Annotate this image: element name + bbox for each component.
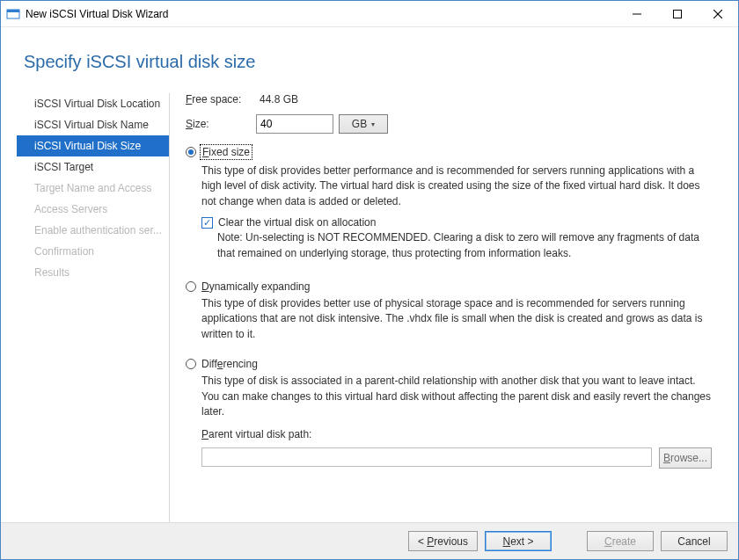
svg-rect-3: [674, 10, 682, 18]
app-icon: [6, 7, 20, 21]
parent-path-input[interactable]: [201, 447, 652, 467]
clear-disk-note: Note: Un-selecting is NOT RECOMMENDED. C…: [217, 230, 712, 261]
chevron-down-icon: ▾: [371, 120, 375, 128]
next-button[interactable]: Next >: [485, 531, 552, 551]
wizard-step: Target Name and Access: [17, 178, 169, 199]
wizard-step[interactable]: iSCSI Target: [17, 156, 169, 178]
free-space-value: 44.8 GB: [260, 93, 298, 105]
size-unit-value: GB: [352, 118, 367, 130]
parent-path-label: Parent virtual disk path:: [201, 428, 712, 440]
wizard-step: Enable authentication ser...: [17, 220, 169, 241]
close-button[interactable]: [698, 1, 738, 26]
wizard-step[interactable]: iSCSI Virtual Disk Name: [17, 114, 169, 135]
wizard-step: Access Servers: [17, 199, 169, 220]
cancel-button[interactable]: Cancel: [661, 531, 728, 551]
radio-dynamic[interactable]: [186, 281, 196, 292]
window-title: New iSCSI Virtual Disk Wizard: [26, 8, 617, 20]
size-unit-select[interactable]: GB ▾: [339, 114, 388, 134]
titlebar: New iSCSI Virtual Disk Wizard: [1, 1, 738, 27]
radio-differencing[interactable]: [186, 359, 196, 369]
fixed-size-description: This type of disk provides better perfor…: [201, 164, 712, 209]
radio-fixed-size-label: Fixed size: [200, 144, 252, 160]
page-title: Specify iSCSI virtual disk size: [1, 27, 738, 72]
svg-rect-1: [7, 10, 19, 12]
clear-disk-label: Clear the virtual disk on allocation: [218, 216, 376, 229]
browse-button[interactable]: Browse...: [659, 447, 712, 469]
create-button[interactable]: Create: [587, 531, 654, 551]
wizard-step[interactable]: iSCSI Virtual Disk Size: [17, 135, 169, 156]
clear-disk-checkbox[interactable]: ✓: [201, 217, 213, 229]
radio-dynamic-label: Dynamically expanding: [201, 280, 310, 293]
size-label: Size:: [186, 118, 256, 130]
minimize-button[interactable]: [617, 1, 657, 26]
previous-button[interactable]: < Previous: [408, 531, 478, 551]
maximize-button[interactable]: [657, 1, 698, 26]
free-space-label: Free space:: [186, 93, 256, 105]
radio-differencing-label: Differencing: [201, 358, 258, 370]
radio-fixed-size[interactable]: [186, 147, 196, 157]
window-controls: [617, 1, 738, 26]
wizard-steps-nav: iSCSI Virtual Disk LocationiSCSI Virtual…: [17, 93, 170, 522]
differencing-description: This type of disk is associated in a par…: [201, 374, 712, 419]
wizard-step: Confirmation: [17, 241, 169, 262]
wizard-step: Results: [17, 262, 169, 283]
main-panel: Free space: 44.8 GB Size: GB ▾ Fixed siz…: [170, 93, 721, 522]
wizard-window: New iSCSI Virtual Disk Wizard Specify iS…: [0, 0, 739, 560]
footer-buttons: < Previous Next > Create Cancel: [1, 522, 738, 559]
wizard-step[interactable]: iSCSI Virtual Disk Location: [17, 93, 169, 114]
dynamic-description: This type of disk provides better use of…: [201, 296, 712, 342]
size-input[interactable]: [256, 114, 333, 134]
